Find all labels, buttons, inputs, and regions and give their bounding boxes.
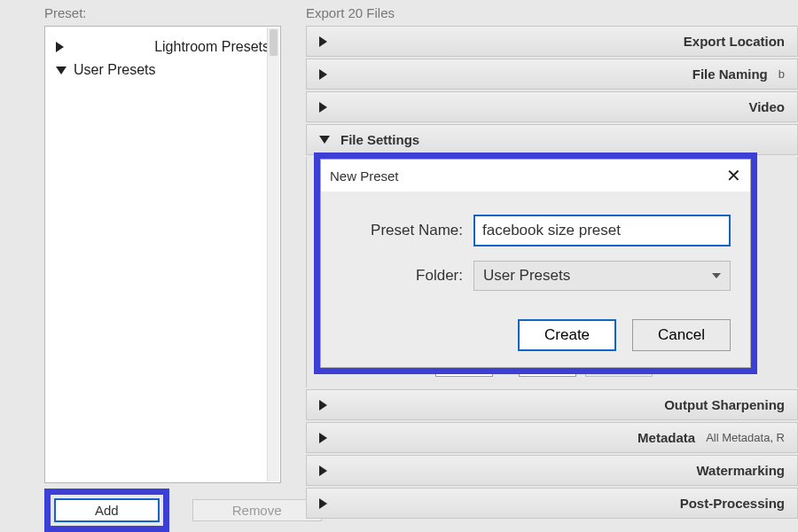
section-label: Metadata (638, 430, 695, 445)
preset-name-input[interactable] (473, 215, 731, 246)
chevron-right-icon (319, 400, 653, 411)
tree-item-lightroom-presets[interactable]: Lightroom Presets (51, 35, 275, 59)
section-label: File Naming (692, 66, 768, 82)
chevron-right-icon (56, 42, 147, 52)
highlight-add: Add (44, 489, 169, 532)
section-label: Export Location (684, 34, 785, 49)
scroll-thumb[interactable] (270, 29, 278, 56)
tree-item-label: User Presets (74, 62, 155, 78)
cancel-button[interactable]: Cancel (632, 319, 731, 351)
section-metadata[interactable]: Metadata All Metadata, R (306, 422, 798, 453)
close-icon[interactable]: ✕ (726, 165, 741, 186)
folder-label: Folder: (348, 267, 463, 285)
chevron-down-icon (319, 136, 330, 144)
chevron-right-icon (319, 36, 673, 47)
chevron-right-icon (319, 69, 682, 80)
section-meta: b (778, 67, 785, 81)
section-label: File Settings (340, 132, 419, 147)
preset-list: Lightroom Presets User Presets (44, 26, 281, 483)
chevron-right-icon (319, 102, 738, 113)
chevron-down-icon (712, 273, 721, 278)
tree-item-label: Lightroom Presets (154, 39, 270, 55)
section-label: Video (748, 99, 785, 114)
section-video[interactable]: Video (306, 91, 798, 122)
new-preset-dialog: New Preset ✕ Preset Name: Folder: User P… (314, 153, 757, 374)
section-label: Watermarking (697, 463, 785, 478)
section-file-settings[interactable]: File Settings (306, 124, 798, 155)
folder-value: User Presets (483, 267, 570, 285)
chevron-right-icon (319, 498, 669, 509)
scrollbar[interactable] (267, 27, 279, 481)
chevron-right-icon (319, 466, 686, 476)
section-export-location[interactable]: Export Location (306, 26, 798, 57)
export-panel-title: Export 20 Files (297, 0, 798, 26)
chevron-right-icon (319, 433, 627, 443)
create-button[interactable]: Create (518, 319, 616, 351)
section-meta: All Metadata, R (706, 431, 785, 444)
add-button[interactable]: Add (54, 498, 160, 522)
folder-select[interactable]: User Presets (473, 261, 731, 291)
preset-name-label: Preset Name: (348, 222, 463, 239)
section-file-naming[interactable]: File Naming b (306, 59, 798, 90)
section-post-processing[interactable]: Post-Processing (306, 488, 798, 519)
section-label: Output Sharpening (664, 397, 785, 412)
section-watermarking[interactable]: Watermarking (306, 455, 798, 486)
chevron-down-icon (56, 66, 66, 74)
preset-panel-title: Preset: (0, 0, 297, 26)
section-label: Post-Processing (680, 496, 785, 511)
dialog-title: New Preset (330, 168, 399, 184)
tree-item-user-presets[interactable]: User Presets (51, 59, 275, 82)
section-output-sharpening[interactable]: Output Sharpening (306, 389, 798, 420)
